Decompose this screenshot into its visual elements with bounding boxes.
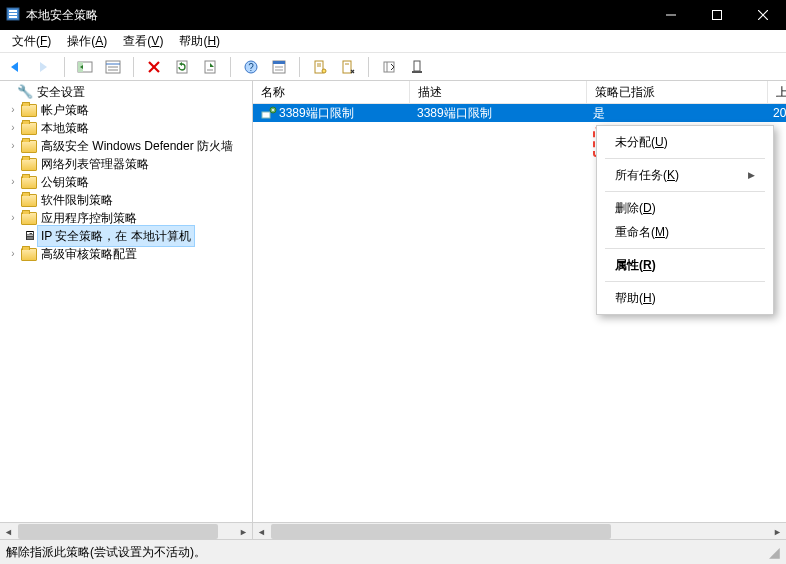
context-separator	[605, 248, 765, 249]
maximize-button[interactable]	[694, 0, 740, 30]
tree-item-3[interactable]: 网络列表管理器策略	[0, 155, 252, 173]
tree-root[interactable]: 🔧安全设置	[0, 83, 252, 101]
menu-f[interactable]: 文件(F)	[4, 31, 59, 52]
context-item-7[interactable]: 属性(R)	[597, 253, 773, 277]
policy-icon	[261, 105, 277, 122]
properties-dialog-button[interactable]	[267, 55, 291, 79]
context-separator	[605, 191, 765, 192]
back-button[interactable]	[4, 55, 28, 79]
menubar: 文件(F)操作(A)查看(V)帮助(H)	[0, 30, 786, 53]
context-menu: 未分配(U)所有任务(K)▶删除(D)重命名(M)属性(R)帮助(H)	[596, 125, 774, 315]
col-header-assigned[interactable]: 策略已指派	[587, 81, 768, 103]
toolbar-separator	[368, 57, 369, 77]
svg-rect-5	[713, 11, 722, 20]
context-item-5[interactable]: 重命名(M)	[597, 220, 773, 244]
toolbar-separator	[230, 57, 231, 77]
folder-icon	[20, 140, 38, 153]
col-header-description[interactable]: 描述	[410, 81, 587, 103]
tree-item-label: 高级审核策略配置	[38, 244, 140, 264]
help-button[interactable]: ?	[239, 55, 263, 79]
svg-point-37	[272, 109, 274, 111]
toolbar-separator	[64, 57, 65, 77]
tree-item-1[interactable]: ›本地策略	[0, 119, 252, 137]
svg-text:?: ?	[248, 62, 254, 73]
forward-button[interactable]	[32, 55, 56, 79]
folder-icon	[20, 158, 38, 171]
context-item-label: 重命名(M)	[615, 224, 669, 241]
expand-toggle[interactable]: ›	[6, 173, 20, 191]
expand-toggle[interactable]: ›	[6, 137, 20, 155]
resize-grip[interactable]: ◢	[769, 544, 780, 560]
col-header-modified[interactable]: 上次更改时间	[768, 81, 786, 103]
tree-item-6[interactable]: ›应用程序控制策略	[0, 209, 252, 227]
tree-item-label: IP 安全策略，在 本地计算机	[38, 226, 194, 246]
col-header-name[interactable]: 名称	[253, 81, 410, 103]
svg-rect-2	[9, 13, 17, 15]
context-item-label: 未分配(U)	[615, 134, 668, 151]
menu-h[interactable]: 帮助(H)	[171, 31, 228, 52]
folder-icon	[20, 212, 38, 225]
expand-toggle[interactable]: ›	[6, 245, 20, 263]
svg-rect-22	[273, 61, 285, 64]
context-separator	[605, 281, 765, 282]
tree-item-label: 公钥策略	[38, 172, 92, 192]
window-title: 本地安全策略	[26, 7, 98, 24]
status-text: 解除指派此策略(尝试设置为不活动)。	[6, 544, 206, 561]
expand-toggle[interactable]: ›	[6, 101, 20, 119]
svg-rect-34	[412, 71, 422, 73]
context-item-label: 删除(D)	[615, 200, 656, 217]
properties-button[interactable]	[101, 55, 125, 79]
menu-a[interactable]: 操作(A)	[59, 31, 115, 52]
menu-v[interactable]: 查看(V)	[115, 31, 171, 52]
list-row[interactable]: 3389端口限制3389端口限制是2022/1/25 2	[253, 104, 786, 122]
context-item-9[interactable]: 帮助(H)	[597, 286, 773, 310]
toolbar-separator	[133, 57, 134, 77]
tree-item-5[interactable]: 软件限制策略	[0, 191, 252, 209]
close-button[interactable]	[740, 0, 786, 30]
tree-horizontal-scrollbar[interactable]: ◄ ►	[0, 522, 252, 540]
context-item-0[interactable]: 未分配(U)	[597, 130, 773, 154]
create-policy-button[interactable]	[308, 55, 332, 79]
context-item-label: 属性(R)	[615, 257, 656, 274]
tree-item-7[interactable]: 🖥IP 安全策略，在 本地计算机	[0, 227, 252, 245]
tree-item-label: 高级安全 Windows Defender 防火墙	[38, 136, 236, 156]
expand-toggle[interactable]: ›	[6, 209, 20, 227]
tree-item-label: 网络列表管理器策略	[38, 154, 152, 174]
toolbar: ?	[0, 53, 786, 82]
svg-rect-31	[384, 62, 394, 72]
tree[interactable]: 🔧安全设置›帐户策略›本地策略›高级安全 Windows Defender 防火…	[0, 81, 252, 522]
tree-item-label: 软件限制策略	[38, 190, 116, 210]
tool-button-a[interactable]	[377, 55, 401, 79]
tree-item-8[interactable]: ›高级审核策略配置	[0, 245, 252, 263]
folder-icon	[20, 194, 38, 207]
app-icon	[6, 7, 20, 24]
folder-icon	[20, 104, 38, 117]
export-button[interactable]	[198, 55, 222, 79]
delete-button[interactable]	[142, 55, 166, 79]
folder-icon	[20, 248, 38, 261]
titlebar: 本地安全策略	[0, 0, 786, 30]
cell-modified: 2022/1/25 2	[765, 106, 786, 120]
column-headers: 名称 描述 策略已指派 上次更改时间	[253, 81, 786, 104]
expand-toggle[interactable]: ›	[6, 119, 20, 137]
tool-button-b[interactable]	[405, 55, 429, 79]
context-item-2[interactable]: 所有任务(K)▶	[597, 163, 773, 187]
tree-item-0[interactable]: ›帐户策略	[0, 101, 252, 119]
cell-name: 3389端口限制	[279, 105, 354, 122]
toolbar-separator	[299, 57, 300, 77]
minimize-button[interactable]	[648, 0, 694, 30]
context-item-4[interactable]: 删除(D)	[597, 196, 773, 220]
manage-filters-button[interactable]	[336, 55, 360, 79]
svg-rect-23	[275, 66, 283, 68]
svg-rect-1	[9, 10, 17, 12]
refresh-button[interactable]	[170, 55, 194, 79]
show-hide-tree-button[interactable]	[73, 55, 97, 79]
tree-item-4[interactable]: ›公钥策略	[0, 173, 252, 191]
tree-item-label: 帐户策略	[38, 100, 92, 120]
list-horizontal-scrollbar[interactable]: ◄ ►	[253, 522, 786, 540]
svg-rect-29	[343, 61, 351, 73]
folder-icon	[20, 176, 38, 189]
svg-rect-3	[9, 16, 17, 18]
svg-rect-24	[275, 69, 283, 71]
tree-item-2[interactable]: ›高级安全 Windows Defender 防火墙	[0, 137, 252, 155]
